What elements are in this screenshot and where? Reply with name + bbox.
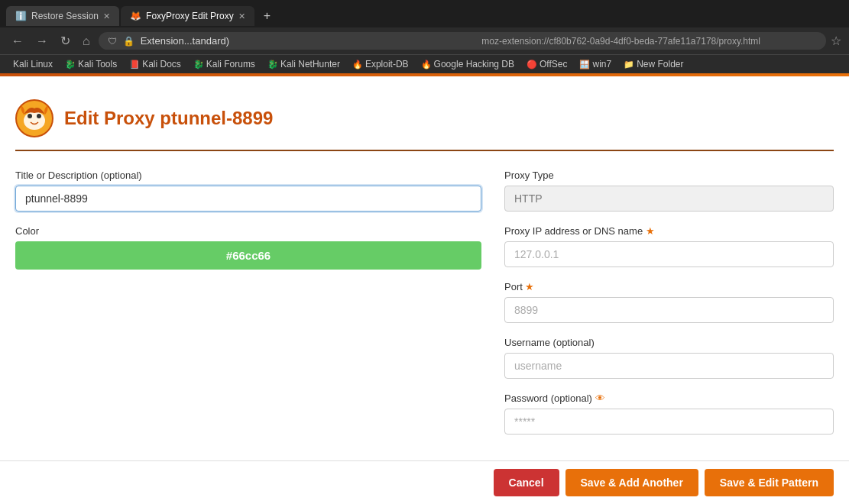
bookmark-kali-docs[interactable]: 📕 Kali Docs xyxy=(125,57,186,71)
save-edit-pattern-button[interactable]: Save & Edit Pattern xyxy=(705,469,834,496)
port-group: Port ★ xyxy=(504,281,834,323)
form-layout: Title or Description (optional) Color #6… xyxy=(15,170,834,448)
proxy-type-input[interactable] xyxy=(504,186,834,212)
username-input[interactable] xyxy=(504,353,834,379)
bookmark-new-folder[interactable]: 📁 New Folder xyxy=(619,57,688,71)
kali-forums-icon: 🐉 xyxy=(193,60,204,69)
bookmark-kali-nethunter-label: Kali NetHunter xyxy=(280,59,340,69)
bookmark-new-folder-label: New Folder xyxy=(637,59,683,69)
tab-restore-session[interactable]: ℹ️ Restore Session ✕ xyxy=(6,6,119,26)
proxy-ip-group: Proxy IP address or DNS name ★ xyxy=(504,225,834,267)
proxy-type-label: Proxy Type xyxy=(504,170,834,181)
tab-foxyproxy-icon: 🦊 xyxy=(130,11,141,21)
title-label: Title or Description (optional) xyxy=(15,170,481,181)
proxy-ip-input[interactable] xyxy=(504,241,834,267)
tab-restore-label: Restore Session xyxy=(31,11,99,21)
new-tab-button[interactable]: + xyxy=(256,5,278,27)
svg-point-3 xyxy=(37,114,41,118)
svg-point-2 xyxy=(28,114,32,118)
bookmark-kali-linux[interactable]: Kali Linux xyxy=(6,57,57,71)
lock-icon: 🔒 xyxy=(123,36,134,47)
bookmark-offsec-label: OffSec xyxy=(540,59,567,69)
title-group: Title or Description (optional) xyxy=(15,170,481,212)
color-label: Color xyxy=(15,225,481,237)
bookmark-win7[interactable]: 🪟 win7 xyxy=(575,57,616,71)
port-input[interactable] xyxy=(504,297,834,323)
bookmark-exploit-db[interactable]: 🔥 Exploit-DB xyxy=(348,57,413,71)
bookmark-kali-forums-label: Kali Forums xyxy=(206,59,255,69)
page-content: Edit Proxy ptunnel-8899 Title or Descrip… xyxy=(0,76,849,504)
bookmark-win7-label: win7 xyxy=(592,59,611,69)
bookmark-exploit-db-label: Exploit-DB xyxy=(365,59,409,69)
page-header: Edit Proxy ptunnel-8899 xyxy=(15,92,834,151)
cancel-button[interactable]: Cancel xyxy=(494,469,559,496)
kali-tools-icon: 🐉 xyxy=(65,60,76,69)
username-group: Username (optional) xyxy=(504,337,834,379)
proxy-ip-label: Proxy IP address or DNS name ★ xyxy=(504,225,834,237)
offsec-icon: 🔴 xyxy=(527,60,537,69)
bookmark-google-hacking[interactable]: 🔥 Google Hacking DB xyxy=(416,57,519,71)
home-button[interactable]: ⌂ xyxy=(79,33,94,50)
tab-restore-close[interactable]: ✕ xyxy=(103,11,110,21)
bookmarks-bar: Kali Linux 🐉 Kali Tools 📕 Kali Docs 🐉 Ka… xyxy=(0,54,849,73)
form-right: Proxy Type Proxy IP address or DNS name … xyxy=(504,170,834,448)
tab-foxyproxy-close[interactable]: ✕ xyxy=(238,11,245,21)
password-eye-icon: 👁 xyxy=(595,393,605,404)
exploit-db-icon: 🔥 xyxy=(352,60,363,69)
reload-button[interactable]: ↻ xyxy=(57,32,74,50)
kali-docs-icon: 📕 xyxy=(129,60,140,69)
bookmark-offsec[interactable]: 🔴 OffSec xyxy=(522,57,572,71)
google-hacking-icon: 🔥 xyxy=(421,60,432,69)
forward-button[interactable]: → xyxy=(32,33,52,50)
svg-point-1 xyxy=(24,111,45,130)
kali-nethunter-icon: 🐉 xyxy=(267,60,278,69)
password-input[interactable] xyxy=(504,409,834,435)
address-short: Extension...tandard) xyxy=(141,35,476,47)
address-full: moz-extension://cf80b762-0a9d-4df0-beda-… xyxy=(481,36,817,47)
color-group: Color #66cc66 xyxy=(15,225,481,270)
tab-foxyproxy-label: FoxyProxy Edit Proxy xyxy=(146,11,234,21)
port-label: Port ★ xyxy=(504,281,834,292)
foxyproxy-logo xyxy=(15,99,53,137)
password-label: Password (optional) 👁 xyxy=(504,393,834,404)
password-group: Password (optional) 👁 xyxy=(504,393,834,435)
color-button[interactable]: #66cc66 xyxy=(15,241,481,270)
bookmark-star-button[interactable]: ☆ xyxy=(831,34,841,48)
title-input[interactable] xyxy=(15,186,481,212)
page-title: Edit Proxy ptunnel-8899 xyxy=(64,108,273,129)
security-icon: 🛡 xyxy=(108,36,117,47)
bookmark-kali-docs-label: Kali Docs xyxy=(142,59,181,69)
footer-bar: Cancel Save & Add Another Save & Edit Pa… xyxy=(0,460,849,504)
form-left: Title or Description (optional) Color #6… xyxy=(15,170,481,448)
back-button[interactable]: ← xyxy=(8,33,28,50)
tab-foxyproxy[interactable]: 🦊 FoxyProxy Edit Proxy ✕ xyxy=(121,6,254,26)
nav-bar: ← → ↻ ⌂ 🛡 🔒 Extension...tandard) moz-ext… xyxy=(0,27,849,54)
bookmark-kali-forums[interactable]: 🐉 Kali Forums xyxy=(189,57,260,71)
bookmark-kali-linux-label: Kali Linux xyxy=(13,59,53,69)
proxy-type-group: Proxy Type xyxy=(504,170,834,212)
new-folder-icon: 📁 xyxy=(624,60,634,69)
bookmark-kali-nethunter[interactable]: 🐉 Kali NetHunter xyxy=(263,57,345,71)
save-add-another-button[interactable]: Save & Add Another xyxy=(565,469,698,496)
tab-bar: ℹ️ Restore Session ✕ 🦊 FoxyProxy Edit Pr… xyxy=(0,0,849,27)
password-wrapper xyxy=(504,409,834,435)
bookmark-kali-tools-label: Kali Tools xyxy=(78,59,117,69)
username-label: Username (optional) xyxy=(504,337,834,348)
bookmark-google-hacking-label: Google Hacking DB xyxy=(434,59,514,69)
port-required-star: ★ xyxy=(525,281,534,292)
win7-icon: 🪟 xyxy=(579,60,590,69)
address-bar[interactable]: 🛡 🔒 Extension...tandard) moz-extension:/… xyxy=(99,32,826,50)
tab-restore-icon: ℹ️ xyxy=(15,11,27,21)
proxy-ip-required-star: ★ xyxy=(646,225,655,237)
bookmark-kali-tools[interactable]: 🐉 Kali Tools xyxy=(60,57,122,71)
